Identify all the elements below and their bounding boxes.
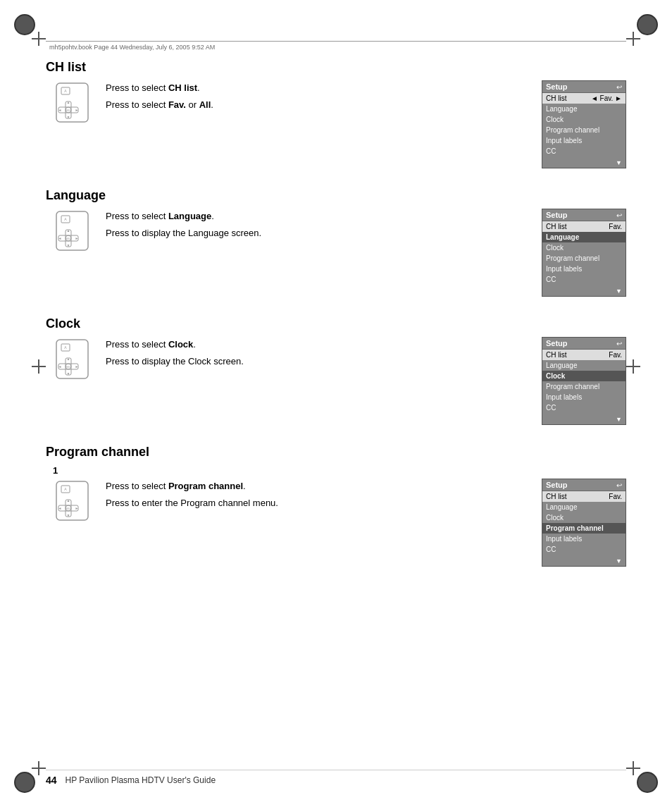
svg-text:◄: ◄ [58,236,62,240]
menu-header-program: Setup ↩ [542,479,626,491]
menu-chlist-label-4: CH list [546,493,566,500]
language-instruction-1: Press to select Language. [106,210,521,223]
ch-list-instruction-2: Press to select Fav. or All. [106,99,521,111]
program-instruction-2: Press to enter the Program channel menu. [106,497,521,510]
svg-text:SEL: SEL [66,237,71,240]
menu-item-clock-active: Clock [542,371,626,381]
svg-text:SEL: SEL [66,109,71,112]
menu-row-chlist-4: CH list Fav. [542,491,626,502]
svg-text:A: A [64,89,67,93]
section-ch-list: CH list A SEL ▲ ▼ ◄ ► [46,60,626,168]
main-content: CH list A SEL ▲ ▼ ◄ ► [46,60,626,747]
section-clock: Clock A SEL ▲ ▼ ◄ ► Pr [46,316,626,425]
menu-chlist-label-2: CH list [546,223,566,230]
menu-title-program: Setup [546,481,568,489]
svg-text:▼: ▼ [67,513,70,517]
menu-chlist-value-3: Fav. [609,351,622,359]
menu-item-program-3: Program channel [542,381,626,392]
menu-chlist-value-2: Fav. [609,223,622,230]
menu-item-cc-3: CC [542,402,626,413]
menu-item-program-active: Program channel [542,523,626,534]
menu-title-clock: Setup [546,339,568,347]
menu-item-input-4: Input labels [542,534,626,544]
svg-text:▼: ▼ [67,243,70,247]
clock-instruction-1: Press to select Clock. [106,338,521,351]
menu-chlist-label: CH list [546,94,566,102]
menu-back-icon-ch-list: ↩ [616,83,622,91]
menu-item-language-3: Language [542,360,626,371]
svg-text:►: ► [75,364,79,369]
program-instruction-1: Press to select Program channel. [106,480,521,493]
section-program-channel: Program channel 1 A SEL ▲ ▼ ◄ ► [46,445,626,567]
svg-text:A: A [64,345,67,350]
menu-item-input-3: Input labels [542,392,626,402]
menu-header-clock: Setup ↩ [542,338,626,350]
instruction-right-program: Press to select Program channel. Press t… [106,479,626,567]
menu-item-cc-1: CC [542,146,626,156]
setup-menu-clock: Setup ↩ CH list Fav. Language Clock Prog… [542,337,626,425]
ch-list-instruction-1: Press to select CH list. [106,82,521,94]
menu-title-language: Setup [546,211,568,219]
svg-text:▲: ▲ [67,498,70,503]
setup-menu-language: Setup ↩ CH list Fav. Language Clock Prog… [542,209,626,297]
svg-text:▲: ▲ [67,228,70,233]
header-bar: mh5pohtv.book Page 44 Wednesday, July 6,… [46,41,626,52]
instruction-area-ch-list: A SEL ▲ ▼ ◄ ► Press to select CH list. [53,80,626,168]
menu-item-clock-2: Clock [542,242,626,253]
menu-item-input-1: Input labels [542,135,626,146]
menu-back-icon-language: ↩ [616,211,622,219]
svg-text:SEL: SEL [66,365,71,369]
crosshair-tr [626,32,640,46]
instruction-text-program: Press to select Program channel. Press t… [106,479,521,514]
menu-item-cc-4: CC [542,544,626,555]
instruction-text-ch-list: Press to select CH list. Press to select… [106,80,521,116]
instruction-text-language: Press to select Language. Press to displ… [106,209,521,244]
menu-item-program-2: Program channel [542,253,626,264]
instruction-text-clock: Press to select Clock. Press to display … [106,337,521,372]
svg-text:◄: ◄ [58,364,62,369]
svg-text:▲: ▲ [67,357,70,361]
down-arrow-3: ▼ [616,416,622,423]
program-channel-number: 1 [53,465,626,476]
clock-instruction-2: Press to display the Clock screen. [106,355,521,368]
menu-title-ch-list: Setup [546,82,568,91]
menu-item-clock-4: Clock [542,512,626,523]
instruction-area-program-channel: A SEL ▲ ▼ ◄ ► Press to select Program ch… [53,479,626,567]
menu-item-cc-2: CC [542,274,626,285]
crosshair-br [626,761,640,775]
menu-row-chlist: CH list ◄ Fav. ► [542,93,626,104]
section-language: Language A SEL ▲ ▼ ◄ ► [46,188,626,297]
svg-text:◄: ◄ [58,506,62,510]
footer-page-number: 44 [46,775,57,786]
crosshair-tl [32,32,46,46]
menu-item-input-2: Input labels [542,264,626,274]
crosshair-bl [32,761,46,775]
setup-menu-program: Setup ↩ CH list Fav. Language Clock Prog… [542,479,626,567]
section-title-clock: Clock [46,316,626,331]
svg-text:►: ► [75,506,79,510]
svg-text:A: A [64,217,67,221]
svg-text:►: ► [75,108,79,112]
menu-chlist-label-3: CH list [546,351,566,359]
svg-text:▼: ▼ [67,371,70,376]
menu-footer-3: ▼ [542,413,626,424]
remote-diagram-ch-list: A SEL ▲ ▼ ◄ ► [53,82,92,130]
section-title-ch-list: CH list [46,60,626,75]
svg-text:►: ► [75,236,79,240]
remote-diagram-language: A SEL ▲ ▼ ◄ ► [53,210,92,258]
menu-footer-1: ▼ [542,156,626,168]
menu-chlist-value-4: Fav. [609,493,622,500]
remote-diagram-program-channel: A SEL ▲ ▼ ◄ ► [53,480,92,528]
down-arrow-2: ▼ [616,288,622,295]
down-arrow-4: ▼ [616,557,622,565]
instruction-area-clock: A SEL ▲ ▼ ◄ ► Press to select Clock. Pre… [53,337,626,425]
menu-footer-2: ▼ [542,285,626,296]
menu-item-language-4: Language [542,502,626,512]
menu-footer-4: ▼ [542,555,626,566]
menu-row-chlist-3: CH list Fav. [542,350,626,360]
instruction-right-language: Press to select Language. Press to displ… [106,209,626,297]
remote-diagram-clock: A SEL ▲ ▼ ◄ ► [53,338,92,386]
setup-menu-ch-list: Setup ↩ CH list ◄ Fav. ► Language Clock … [542,80,626,168]
menu-back-icon-program: ↩ [616,481,622,489]
menu-header-language: Setup ↩ [542,209,626,221]
